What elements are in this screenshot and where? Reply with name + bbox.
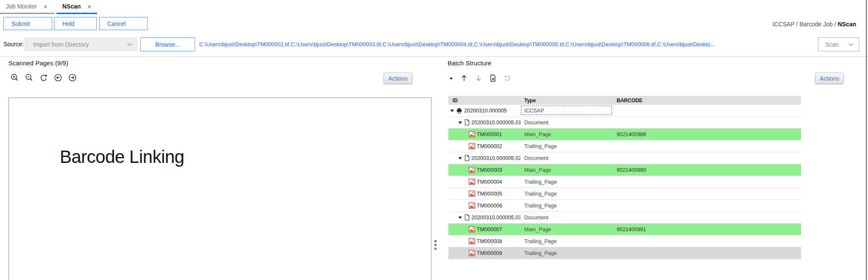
breadcrumb-path[interactable]: ICCSAP / Barcode Job / [773, 21, 838, 28]
node-id: 20200310.000005.03 [471, 215, 520, 221]
table-row-page[interactable]: TM000001Main_Page9021400989 [448, 129, 801, 140]
table-row-document[interactable]: 20200310.000005.01Document [448, 117, 801, 129]
batch-icon [456, 108, 462, 114]
node-id: TM000004 [477, 179, 502, 185]
caret-down-icon[interactable] [458, 120, 462, 124]
node-type: Main_Page [524, 167, 551, 173]
page-image-icon [469, 250, 475, 256]
page-image-icon [469, 167, 475, 173]
tree-id-cell[interactable]: TM000005 [448, 188, 520, 199]
tree-id-cell[interactable]: TM000003 [448, 164, 520, 176]
page-image-icon [469, 238, 475, 244]
tab-job-monitor[interactable]: Job Monitor × [0, 0, 54, 14]
caret-down-icon[interactable] [450, 109, 454, 112]
table-row-document[interactable]: 20200310.000005.02Document [448, 152, 801, 164]
type-cell[interactable]: Trailing_Page [520, 247, 614, 259]
scanned-pages-actions-button[interactable]: Actions [384, 73, 412, 84]
table-row-page[interactable]: TM000008Trailing_Page [448, 235, 801, 247]
table-row-page[interactable]: TM000002Trailing_Page [448, 140, 801, 152]
undo-icon[interactable] [503, 74, 512, 82]
tree-id-cell[interactable]: TM000009 [448, 247, 520, 259]
node-type: Document [524, 120, 548, 126]
column-header-type[interactable]: Type [520, 98, 614, 104]
tree-id-cell[interactable]: TM000007 [448, 224, 520, 235]
tree-id-cell[interactable]: TM000004 [448, 176, 520, 188]
tree-id-cell[interactable]: TM000008 [448, 235, 520, 247]
page-preview[interactable]: Barcode Linking [8, 98, 431, 280]
barcode-cell: 9021400991 [614, 227, 801, 232]
delete-page-icon[interactable] [489, 74, 497, 82]
page-image-icon [469, 202, 475, 209]
column-header-barcode[interactable]: BARCODE [614, 98, 801, 104]
type-cell[interactable]: Trailing_Page [520, 188, 614, 199]
table-row-page[interactable]: TM000006Trailing_Page [448, 200, 801, 212]
next-page-icon[interactable] [68, 73, 77, 82]
column-header-id[interactable]: ID [448, 98, 520, 104]
editing-cell-outline [521, 106, 612, 115]
tree-id-cell[interactable]: 20200310.000005 [448, 105, 520, 116]
table-row-page[interactable]: TM000004Trailing_Page [448, 176, 801, 188]
page-image-icon [469, 179, 475, 185]
page-image-icon [469, 226, 475, 232]
node-id: 20200310.000005.02 [471, 155, 520, 161]
table-row-page[interactable]: TM000003Main_Page9021400990 [448, 164, 801, 176]
zoom-in-icon[interactable] [10, 73, 19, 82]
submit-button[interactable]: Submit [3, 17, 52, 30]
chevron-down-icon [849, 43, 854, 46]
type-cell[interactable]: Document [520, 212, 614, 223]
browse-button[interactable]: Browse... [140, 37, 195, 51]
scan-dropdown-button[interactable]: Scan [818, 37, 859, 51]
tab-label: NScan [62, 3, 81, 10]
tree-id-cell[interactable]: TM000006 [448, 200, 520, 211]
type-cell[interactable]: Document [520, 152, 614, 164]
viewer-toolbar [10, 73, 77, 82]
move-up-icon[interactable] [460, 74, 468, 82]
node-type: Trailing_Page [524, 203, 557, 209]
type-cell[interactable]: Main_Page [520, 129, 614, 140]
source-dropdown[interactable]: Import from Directory [24, 37, 138, 51]
type-cell[interactable]: Trailing_Page [520, 140, 614, 152]
table-row-batch[interactable]: 20200310.000005ICCSAP [448, 105, 801, 117]
tree-id-cell[interactable]: 20200310.000005.01 [448, 117, 520, 128]
type-cell[interactable]: Main_Page [520, 164, 614, 176]
caret-down-icon[interactable] [458, 156, 462, 160]
batch-actions-button[interactable]: Actions [815, 73, 844, 84]
window-edge [866, 0, 867, 280]
rotate-icon[interactable] [39, 73, 48, 82]
node-id: 20200310.000005.01 [471, 120, 520, 126]
type-cell[interactable]: Trailing_Page [520, 235, 614, 247]
batch-toolbar [448, 74, 512, 82]
page-image-icon [469, 143, 475, 149]
page-image-icon [469, 238, 475, 244]
page-image-icon [469, 179, 475, 185]
hold-button[interactable]: Hold [54, 17, 97, 30]
node-type: Main_Page [524, 132, 551, 137]
type-cell[interactable]: ICCSAP [520, 105, 614, 116]
type-cell[interactable]: Main_Page [520, 224, 614, 235]
panel-splitter-handle[interactable] [434, 240, 437, 250]
document-icon [464, 119, 470, 126]
table-row-document[interactable]: 20200310.000005.03Document [448, 212, 801, 224]
tree-id-cell[interactable]: 20200310.000005.03 [448, 212, 520, 223]
table-row-page[interactable]: TM000007Main_Page9021400991 [448, 224, 801, 235]
type-cell[interactable]: Trailing_Page [520, 176, 614, 188]
type-cell[interactable]: Trailing_Page [520, 200, 614, 211]
previous-page-icon[interactable] [53, 73, 63, 82]
table-row-page[interactable]: TM000005Trailing_Page [448, 188, 801, 200]
page-image-icon [469, 190, 475, 197]
zoom-out-icon[interactable] [25, 73, 34, 82]
close-icon[interactable]: × [88, 3, 92, 10]
close-icon[interactable]: × [44, 3, 47, 10]
type-cell[interactable]: Document [520, 117, 614, 128]
caret-down-icon[interactable] [458, 216, 462, 219]
tree-id-cell[interactable]: TM000002 [448, 140, 520, 152]
tree-id-cell[interactable]: 20200310.000005.02 [448, 152, 520, 164]
tree-id-cell[interactable]: TM000001 [448, 129, 520, 140]
cancel-button[interactable]: Cancel [99, 17, 147, 30]
node-type: Trailing_Page [524, 143, 557, 149]
table-row-page[interactable]: TM000009Trailing_Page [448, 247, 801, 259]
node-id: TM000007 [477, 227, 502, 232]
tab-nscan[interactable]: NScan × [56, 0, 97, 14]
move-down-icon[interactable] [474, 74, 483, 82]
collapse-icon[interactable] [448, 76, 454, 81]
